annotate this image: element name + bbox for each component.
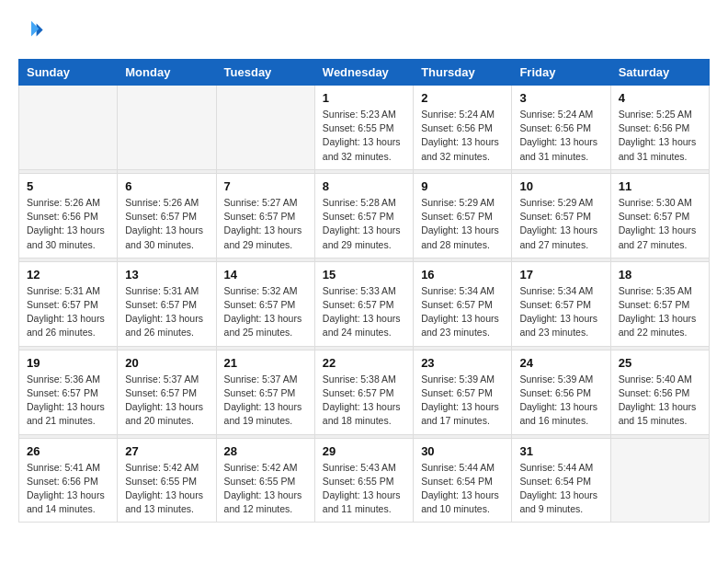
day-number: 31 [519,444,602,458]
day-info: Sunrise: 5:31 AM Sunset: 6:57 PM Dayligh… [27,284,109,340]
page-header [18,18,710,44]
calendar-day-cell: 4Sunrise: 5:25 AM Sunset: 6:56 PM Daylig… [610,86,709,170]
day-info: Sunrise: 5:39 AM Sunset: 6:57 PM Dayligh… [421,373,504,429]
day-of-week-header: Wednesday [314,60,413,86]
day-number: 5 [27,179,109,193]
day-number: 6 [125,179,208,193]
calendar-day-cell: 18Sunrise: 5:35 AM Sunset: 6:57 PM Dayli… [610,261,709,346]
calendar-day-cell: 13Sunrise: 5:31 AM Sunset: 6:57 PM Dayli… [118,261,216,346]
day-number: 12 [27,268,109,282]
day-number: 7 [224,179,307,193]
day-number: 3 [519,91,602,105]
day-number: 27 [125,444,208,458]
calendar-week-row: 12Sunrise: 5:31 AM Sunset: 6:57 PM Dayli… [19,261,710,346]
calendar-day-cell: 3Sunrise: 5:24 AM Sunset: 6:56 PM Daylig… [512,86,610,170]
calendar-day-cell: 29Sunrise: 5:43 AM Sunset: 6:55 PM Dayli… [314,438,413,523]
day-info: Sunrise: 5:32 AM Sunset: 6:57 PM Dayligh… [224,284,307,340]
day-info: Sunrise: 5:35 AM Sunset: 6:57 PM Dayligh… [619,284,701,340]
calendar-day-cell: 16Sunrise: 5:34 AM Sunset: 6:57 PM Dayli… [414,261,512,346]
calendar-day-cell: 5Sunrise: 5:26 AM Sunset: 6:56 PM Daylig… [19,173,118,258]
calendar-day-cell: 19Sunrise: 5:36 AM Sunset: 6:57 PM Dayli… [19,350,118,434]
calendar-day-cell [610,438,709,523]
day-number: 4 [619,91,701,105]
day-of-week-header: Saturday [610,60,709,86]
day-number: 9 [421,179,504,193]
calendar-day-cell: 8Sunrise: 5:28 AM Sunset: 6:57 PM Daylig… [314,173,413,258]
day-info: Sunrise: 5:43 AM Sunset: 6:55 PM Dayligh… [323,461,405,517]
calendar-day-cell: 30Sunrise: 5:44 AM Sunset: 6:54 PM Dayli… [414,438,512,523]
day-info: Sunrise: 5:29 AM Sunset: 6:57 PM Dayligh… [519,196,602,252]
day-info: Sunrise: 5:30 AM Sunset: 6:57 PM Dayligh… [619,196,701,252]
day-info: Sunrise: 5:33 AM Sunset: 6:57 PM Dayligh… [323,284,405,340]
calendar-day-cell [19,86,118,170]
day-number: 21 [224,356,307,370]
calendar-day-cell: 17Sunrise: 5:34 AM Sunset: 6:57 PM Dayli… [512,261,610,346]
day-info: Sunrise: 5:38 AM Sunset: 6:57 PM Dayligh… [323,373,405,429]
calendar-week-row: 5Sunrise: 5:26 AM Sunset: 6:56 PM Daylig… [19,173,710,258]
calendar-day-cell: 10Sunrise: 5:29 AM Sunset: 6:57 PM Dayli… [512,173,610,258]
calendar-day-cell: 12Sunrise: 5:31 AM Sunset: 6:57 PM Dayli… [19,261,118,346]
calendar-day-cell: 1Sunrise: 5:23 AM Sunset: 6:55 PM Daylig… [314,86,413,170]
day-info: Sunrise: 5:34 AM Sunset: 6:57 PM Dayligh… [519,284,602,340]
day-of-week-header: Sunday [19,60,118,86]
day-number: 19 [27,356,109,370]
calendar-day-cell: 21Sunrise: 5:37 AM Sunset: 6:57 PM Dayli… [216,350,314,434]
day-number: 28 [224,444,307,458]
day-info: Sunrise: 5:27 AM Sunset: 6:57 PM Dayligh… [224,196,307,252]
day-info: Sunrise: 5:44 AM Sunset: 6:54 PM Dayligh… [519,461,602,517]
day-number: 10 [519,179,602,193]
day-number: 26 [27,444,109,458]
calendar-day-cell: 20Sunrise: 5:37 AM Sunset: 6:57 PM Dayli… [118,350,216,434]
day-number: 16 [421,268,504,282]
calendar-table: SundayMondayTuesdayWednesdayThursdayFrid… [18,59,710,523]
day-info: Sunrise: 5:39 AM Sunset: 6:56 PM Dayligh… [519,373,602,429]
day-of-week-header: Monday [118,60,216,86]
day-info: Sunrise: 5:37 AM Sunset: 6:57 PM Dayligh… [224,373,307,429]
day-number: 14 [224,268,307,282]
logo-icon [18,18,44,44]
calendar-day-cell: 24Sunrise: 5:39 AM Sunset: 6:56 PM Dayli… [512,350,610,434]
day-number: 29 [323,444,405,458]
calendar-day-cell: 7Sunrise: 5:27 AM Sunset: 6:57 PM Daylig… [216,173,314,258]
day-number: 25 [619,356,701,370]
calendar-header-row: SundayMondayTuesdayWednesdayThursdayFrid… [19,60,710,86]
calendar-day-cell: 6Sunrise: 5:26 AM Sunset: 6:57 PM Daylig… [118,173,216,258]
calendar-day-cell: 15Sunrise: 5:33 AM Sunset: 6:57 PM Dayli… [314,261,413,346]
day-number: 8 [323,179,405,193]
day-info: Sunrise: 5:31 AM Sunset: 6:57 PM Dayligh… [125,284,208,340]
calendar-week-row: 1Sunrise: 5:23 AM Sunset: 6:55 PM Daylig… [19,86,710,170]
calendar-day-cell: 9Sunrise: 5:29 AM Sunset: 6:57 PM Daylig… [414,173,512,258]
day-info: Sunrise: 5:28 AM Sunset: 6:57 PM Dayligh… [323,196,405,252]
day-info: Sunrise: 5:29 AM Sunset: 6:57 PM Dayligh… [421,196,504,252]
day-number: 23 [421,356,504,370]
day-info: Sunrise: 5:42 AM Sunset: 6:55 PM Dayligh… [125,461,208,517]
day-number: 24 [519,356,602,370]
day-info: Sunrise: 5:36 AM Sunset: 6:57 PM Dayligh… [27,373,109,429]
day-of-week-header: Thursday [414,60,512,86]
day-number: 15 [323,268,405,282]
day-number: 18 [619,268,701,282]
logo [18,18,46,44]
day-info: Sunrise: 5:25 AM Sunset: 6:56 PM Dayligh… [619,108,701,164]
day-info: Sunrise: 5:26 AM Sunset: 6:56 PM Dayligh… [27,196,109,252]
day-of-week-header: Friday [512,60,610,86]
day-of-week-header: Tuesday [216,60,314,86]
calendar-day-cell: 23Sunrise: 5:39 AM Sunset: 6:57 PM Dayli… [414,350,512,434]
calendar-day-cell: 11Sunrise: 5:30 AM Sunset: 6:57 PM Dayli… [610,173,709,258]
day-number: 2 [421,91,504,105]
calendar-day-cell: 27Sunrise: 5:42 AM Sunset: 6:55 PM Dayli… [118,438,216,523]
calendar-day-cell: 26Sunrise: 5:41 AM Sunset: 6:56 PM Dayli… [19,438,118,523]
calendar-week-row: 26Sunrise: 5:41 AM Sunset: 6:56 PM Dayli… [19,438,710,523]
day-number: 17 [519,268,602,282]
calendar-day-cell: 28Sunrise: 5:42 AM Sunset: 6:55 PM Dayli… [216,438,314,523]
day-info: Sunrise: 5:41 AM Sunset: 6:56 PM Dayligh… [27,461,109,517]
day-info: Sunrise: 5:42 AM Sunset: 6:55 PM Dayligh… [224,461,307,517]
day-number: 13 [125,268,208,282]
day-number: 1 [323,91,405,105]
day-info: Sunrise: 5:26 AM Sunset: 6:57 PM Dayligh… [125,196,208,252]
calendar-day-cell [216,86,314,170]
calendar-day-cell: 2Sunrise: 5:24 AM Sunset: 6:56 PM Daylig… [414,86,512,170]
day-number: 30 [421,444,504,458]
day-number: 11 [619,179,701,193]
day-info: Sunrise: 5:24 AM Sunset: 6:56 PM Dayligh… [519,108,602,164]
